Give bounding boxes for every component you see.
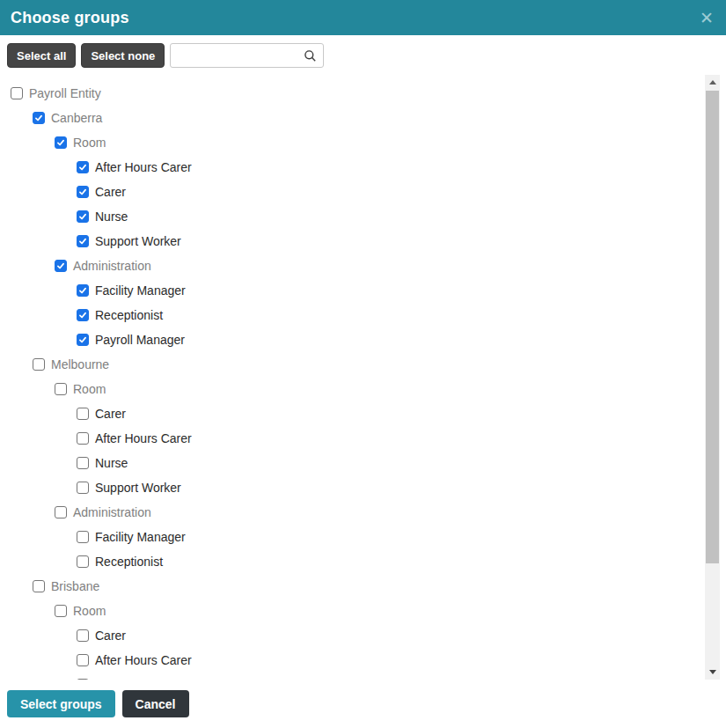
- tree-rows: Payroll Entity Canberra Room After Hours…: [0, 75, 726, 680]
- select-groups-button[interactable]: Select groups: [7, 690, 115, 717]
- checkmark-icon: [56, 261, 65, 270]
- scroll-up-button[interactable]: [705, 75, 720, 90]
- tree-row[interactable]: Administration: [0, 500, 726, 525]
- checkbox[interactable]: [55, 260, 67, 272]
- tree-row[interactable]: Room: [0, 599, 726, 623]
- groups-tree: Payroll Entity Canberra Room After Hours…: [0, 75, 726, 680]
- checkbox[interactable]: [77, 186, 89, 198]
- cancel-button[interactable]: Cancel: [122, 690, 189, 717]
- modal-footer: Select groups Cancel: [0, 680, 726, 717]
- tree-row-label: Receptionist: [95, 308, 163, 322]
- tree-row[interactable]: Canberra: [0, 106, 726, 130]
- checkmark-icon: [78, 311, 87, 320]
- tree-row-label: Room: [73, 136, 106, 150]
- modal-header: Choose groups ✕: [0, 0, 726, 35]
- tree-row-label: Support Worker: [95, 481, 181, 495]
- tree-row-label: Receptionist: [95, 555, 163, 569]
- tree-row-label: After Hours Carer: [95, 160, 192, 174]
- tree-row-label: Administration: [73, 259, 151, 273]
- checkbox[interactable]: [77, 555, 89, 568]
- checkbox[interactable]: [77, 334, 89, 346]
- checkbox[interactable]: [55, 605, 67, 617]
- tree-row[interactable]: After Hours Carer: [0, 426, 726, 451]
- tree-row[interactable]: Administration: [0, 254, 726, 278]
- select-none-button[interactable]: Select none: [81, 43, 165, 68]
- checkbox[interactable]: [33, 580, 45, 592]
- checkbox[interactable]: [55, 506, 67, 518]
- close-icon[interactable]: ✕: [700, 10, 714, 26]
- search-input[interactable]: [171, 44, 323, 67]
- checkbox[interactable]: [77, 531, 89, 543]
- checkbox[interactable]: [55, 136, 67, 149]
- tree-row[interactable]: Nurse: [0, 673, 726, 680]
- tree-row-label: Nurse: [95, 678, 128, 680]
- tree-row[interactable]: Nurse: [0, 451, 726, 475]
- checkmark-icon: [56, 138, 65, 147]
- scrollbar-thumb[interactable]: [706, 91, 719, 563]
- checkbox[interactable]: [77, 161, 89, 173]
- tree-row-label: Nurse: [95, 456, 128, 470]
- checkmark-icon: [78, 237, 87, 246]
- tree-row-label: Carer: [95, 407, 126, 421]
- tree-row[interactable]: Room: [0, 130, 726, 155]
- tree-row-label: Room: [73, 604, 106, 618]
- tree-row-label: Payroll Entity: [29, 86, 101, 100]
- tree-row-label: Melbourne: [51, 357, 109, 371]
- checkbox[interactable]: [77, 432, 89, 445]
- tree-row[interactable]: Brisbane: [0, 574, 726, 599]
- checkmark-icon: [78, 212, 87, 221]
- toolbar: Select all Select none: [0, 35, 726, 75]
- search-icon: [304, 49, 317, 63]
- checkmark-icon: [78, 286, 87, 295]
- tree-row-label: Support Worker: [95, 234, 181, 248]
- tree-row[interactable]: Support Worker: [0, 475, 726, 500]
- tree-row-label: Room: [73, 382, 106, 396]
- tree-row[interactable]: Receptionist: [0, 549, 726, 574]
- tree-row[interactable]: Melbourne: [0, 352, 726, 377]
- checkbox[interactable]: [77, 309, 89, 321]
- checkbox[interactable]: [11, 87, 23, 99]
- chevron-up-icon: [709, 80, 716, 85]
- tree-row-label: Administration: [73, 505, 151, 519]
- checkbox[interactable]: [77, 679, 89, 680]
- checkbox[interactable]: [77, 210, 89, 223]
- checkbox[interactable]: [77, 654, 89, 666]
- checkbox[interactable]: [77, 457, 89, 469]
- tree-row[interactable]: After Hours Carer: [0, 155, 726, 180]
- tree-row[interactable]: Room: [0, 377, 726, 401]
- checkbox[interactable]: [77, 629, 89, 642]
- checkmark-icon: [78, 163, 87, 172]
- checkmark-icon: [78, 335, 87, 344]
- checkbox[interactable]: [55, 383, 67, 395]
- tree-row-label: Payroll Manager: [95, 333, 185, 347]
- tree-row[interactable]: Carer: [0, 180, 726, 204]
- tree-row-label: After Hours Carer: [95, 653, 192, 667]
- tree-row[interactable]: Facility Manager: [0, 278, 726, 303]
- checkbox[interactable]: [33, 112, 45, 124]
- checkmark-icon: [78, 188, 87, 196]
- checkbox[interactable]: [77, 284, 89, 297]
- tree-row[interactable]: Facility Manager: [0, 525, 726, 549]
- scroll-down-button[interactable]: [705, 665, 720, 680]
- tree-row-label: Brisbane: [51, 579, 99, 593]
- tree-row[interactable]: Carer: [0, 401, 726, 426]
- scrollbar[interactable]: [705, 75, 720, 680]
- tree-row-label: Canberra: [51, 111, 102, 125]
- checkbox[interactable]: [33, 358, 45, 371]
- tree-row[interactable]: Carer: [0, 623, 726, 648]
- tree-row-label: Carer: [95, 185, 126, 199]
- tree-row[interactable]: Nurse: [0, 204, 726, 229]
- tree-row-label: Facility Manager: [95, 530, 186, 544]
- tree-row[interactable]: Payroll Manager: [0, 327, 726, 352]
- checkbox[interactable]: [77, 408, 89, 420]
- checkbox[interactable]: [77, 482, 89, 494]
- tree-row[interactable]: Receptionist: [0, 303, 726, 327]
- tree-row[interactable]: Payroll Entity: [0, 81, 726, 106]
- tree-row[interactable]: Support Worker: [0, 229, 726, 254]
- tree-row-label: Facility Manager: [95, 283, 186, 298]
- checkbox[interactable]: [77, 235, 89, 247]
- tree-row[interactable]: After Hours Carer: [0, 648, 726, 673]
- select-all-button[interactable]: Select all: [7, 43, 76, 68]
- search-box: [170, 43, 324, 68]
- tree-row-label: Carer: [95, 629, 126, 643]
